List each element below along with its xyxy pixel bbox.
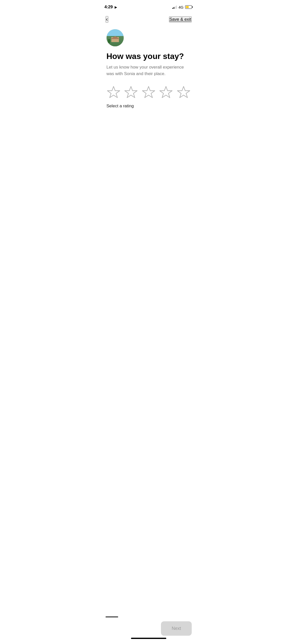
star-5[interactable] xyxy=(177,85,191,100)
host-avatar-container xyxy=(107,29,191,46)
location-arrow-icon: ▶ xyxy=(115,5,117,9)
back-button[interactable]: ‹ xyxy=(106,16,108,23)
status-left: 4:29 ▶ xyxy=(105,5,117,10)
decorative xyxy=(111,36,120,39)
rating-helper-text: Select a rating xyxy=(107,104,191,109)
status-bar: 4:29 ▶ 4G xyxy=(100,0,198,13)
page-description: Let us know how your overall experience … xyxy=(107,64,191,77)
status-time: 4:29 xyxy=(105,5,113,9)
content-area: How was your stay? Let us know how your … xyxy=(100,25,198,109)
star-2[interactable] xyxy=(124,85,138,100)
star-1[interactable] xyxy=(107,85,121,100)
save-exit-button[interactable]: Save & exit xyxy=(169,16,192,22)
star-rating[interactable] xyxy=(107,85,191,100)
star-4[interactable] xyxy=(159,85,173,100)
avatar xyxy=(107,29,124,46)
nav-bar: ‹ Save & exit xyxy=(100,14,198,25)
network-label: 4G xyxy=(178,5,183,9)
decorative xyxy=(108,39,110,43)
star-3[interactable] xyxy=(142,85,156,100)
page-title: How was your stay? xyxy=(107,51,191,61)
signal-icon xyxy=(172,5,177,9)
status-right: 4G xyxy=(172,5,192,9)
battery-icon xyxy=(185,5,193,9)
